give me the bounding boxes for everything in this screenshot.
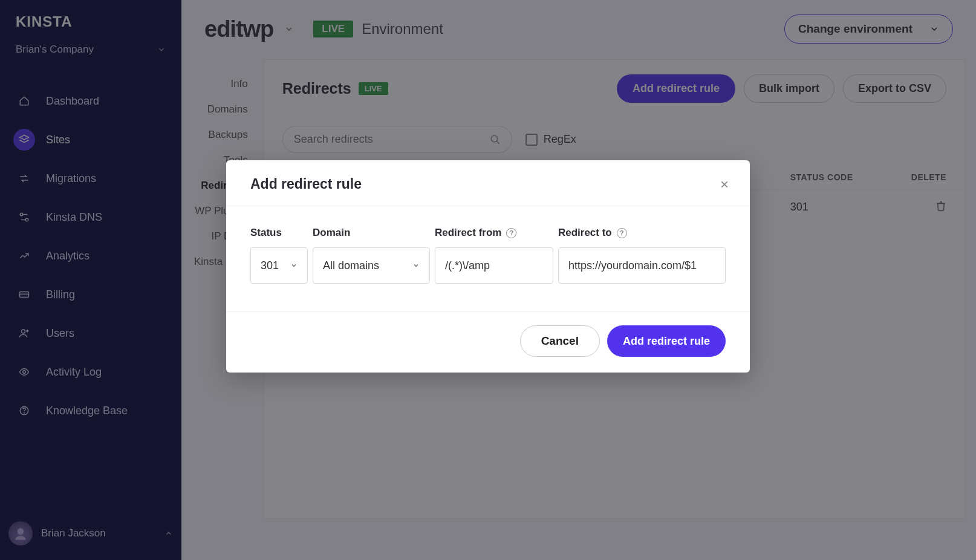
redirect-to-input[interactable] [558,247,726,284]
domain-select[interactable]: All domains [313,247,430,284]
add-redirect-modal: Add redirect rule Status 301 Domain All … [226,160,750,373]
domain-label: Domain [313,227,430,239]
status-value: 301 [261,259,279,272]
status-select[interactable]: 301 [250,247,308,284]
chevron-down-icon [412,262,420,269]
close-icon[interactable] [720,180,729,189]
chevron-down-icon [290,262,298,269]
modal-title: Add redirect rule [250,176,362,192]
cancel-button[interactable]: Cancel [520,325,600,357]
redirect-from-input[interactable] [435,247,553,284]
modal-overlay: Add redirect rule Status 301 Domain All … [0,0,976,560]
redirect-to-label: Redirect to ? [558,227,726,239]
submit-button[interactable]: Add redirect rule [607,325,726,357]
domain-value: All domains [323,259,379,272]
redirect-from-label: Redirect from ? [435,227,553,239]
help-icon[interactable]: ? [617,228,627,238]
status-label: Status [250,227,308,239]
help-icon[interactable]: ? [506,228,516,238]
